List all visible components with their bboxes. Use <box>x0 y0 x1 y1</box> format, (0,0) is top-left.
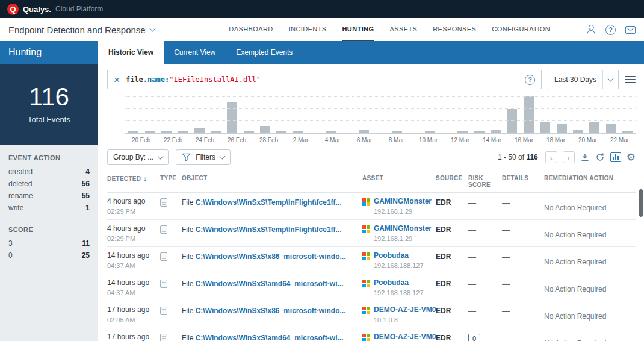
histogram-bar[interactable] <box>273 96 289 133</box>
facet-item[interactable]: deleted56 <box>8 178 90 190</box>
help-icon[interactable]: ? <box>605 25 616 35</box>
histogram-bar[interactable] <box>454 96 471 133</box>
facet-item[interactable]: 311 <box>8 237 90 249</box>
asset-name-link[interactable]: DEMO-AZ-JE-VM05 <box>374 333 436 341</box>
histogram-bar[interactable] <box>586 96 602 133</box>
histogram-bar[interactable] <box>356 96 372 133</box>
asset-cell: GAMINGMonster192.168.1.29 <box>362 197 436 215</box>
x-axis-labels: 20 Feb22 Feb24 Feb26 Feb28 Feb2 Mar4 Mar… <box>125 137 636 143</box>
histogram-bar[interactable] <box>553 96 569 133</box>
object-path-link[interactable]: C:\Windows\WinSxS\amd64_microsoft-wi... <box>196 280 344 288</box>
mail-icon[interactable] <box>625 26 636 34</box>
column-header-object[interactable]: OBJECT <box>182 175 362 188</box>
query-help-icon[interactable]: ? <box>525 75 535 85</box>
facet-item[interactable]: write1 <box>8 202 90 214</box>
histogram-bar[interactable] <box>537 96 553 133</box>
table-row[interactable]: 17 hours ago02:02 AMFile C:\Windows\WinS… <box>107 328 636 341</box>
asset-name-link[interactable]: DEMO-AZ-JE-VM05 <box>374 305 436 314</box>
histogram-bar[interactable] <box>175 96 191 133</box>
tab-current-view[interactable]: Current View <box>164 41 226 64</box>
next-page-button[interactable]: › <box>563 151 575 163</box>
facet-item[interactable]: rename55 <box>8 190 90 202</box>
histogram-bar[interactable] <box>125 96 141 133</box>
query-search-box[interactable]: × file.name:"IEFileInstallAI.dll" ? <box>107 70 542 89</box>
table-row[interactable]: 4 hours ago02:29 PMFile C:\Windows\WinSx… <box>107 220 636 247</box>
histogram-bar[interactable] <box>241 96 257 133</box>
refresh-icon[interactable] <box>595 152 605 162</box>
object-path-link[interactable]: C:\Windows\WinSxS\x86_microsoft-windo... <box>196 307 346 315</box>
filters-button[interactable]: Filters <box>176 149 231 165</box>
object-path-link[interactable]: C:\Windows\WinSxS\x86_microsoft-windo... <box>196 252 346 261</box>
download-icon[interactable] <box>580 152 590 162</box>
object-prefix: File <box>182 252 196 261</box>
tab-historic-view[interactable]: Historic View <box>98 41 164 64</box>
nav-item-responses[interactable]: RESPONSES <box>433 18 476 41</box>
facet-item[interactable]: created4 <box>8 166 90 178</box>
time-range-select[interactable]: Last 30 Days <box>548 70 619 89</box>
histogram-bar[interactable] <box>602 96 619 133</box>
facet-count: 56 <box>82 180 90 188</box>
histogram-bar[interactable] <box>257 96 273 133</box>
histogram-bar[interactable] <box>405 96 421 133</box>
table-row[interactable]: 4 hours ago02:29 PMFile C:\Windows\WinSx… <box>107 193 636 220</box>
chart-view-icon[interactable] <box>610 152 621 162</box>
prev-page-button[interactable]: ‹ <box>545 151 557 163</box>
histogram-bar[interactable] <box>504 96 520 133</box>
column-header-source[interactable]: SOURCE <box>436 175 468 188</box>
menu-icon[interactable] <box>625 76 636 83</box>
histogram-bar[interactable] <box>471 96 488 133</box>
column-header-details[interactable]: DETAILS <box>502 175 544 188</box>
module-selector[interactable]: Endpoint Detection and Response <box>8 18 155 41</box>
table-scrollbar[interactable] <box>639 189 643 217</box>
nav-item-hunting[interactable]: HUNTING <box>342 18 374 41</box>
query-input[interactable]: file.name:"IEFileInstallAI.dll" <box>126 75 519 84</box>
object-path-link[interactable]: C:\Windows\WinSxS\Temp\InFlight\fce1ff..… <box>196 225 342 234</box>
column-header-remediation-action[interactable]: REMEDIATION ACTION <box>544 175 636 188</box>
asset-name-link[interactable]: GAMINGMonster <box>374 197 432 205</box>
histogram-bar[interactable] <box>306 96 323 133</box>
table-row[interactable]: 14 hours ago04:37 AMFile C:\Windows\WinS… <box>107 274 636 301</box>
risk-score-value[interactable]: 0 <box>468 334 480 341</box>
details-cell: — <box>502 307 544 316</box>
histogram-bar[interactable] <box>570 96 586 133</box>
histogram-bar[interactable] <box>141 96 158 133</box>
nav-item-assets[interactable]: ASSETS <box>389 18 417 41</box>
column-header-asset[interactable]: ASSET <box>362 175 436 188</box>
column-header-type[interactable]: TYPE <box>160 175 182 188</box>
nav-item-dashboard[interactable]: DASHBOARD <box>229 18 273 41</box>
asset-name-link[interactable]: GAMINGMonster <box>374 224 432 233</box>
table-row[interactable]: 17 hours ago02:05 AMFile C:\Windows\WinS… <box>107 301 636 328</box>
object-path-link[interactable]: C:\Windows\WinSxS\Temp\InFlight\fce1ff..… <box>196 198 342 207</box>
facet-item[interactable]: 025 <box>8 249 90 261</box>
histogram-bar[interactable] <box>421 96 438 133</box>
histogram-bar[interactable] <box>389 96 405 133</box>
histogram-bar[interactable] <box>323 96 339 133</box>
histogram-bar[interactable] <box>521 96 537 133</box>
histogram-bar[interactable] <box>208 96 224 133</box>
asset-name-link[interactable]: Poobudaa <box>374 251 424 260</box>
histogram-bar[interactable] <box>372 96 388 133</box>
nav-item-incidents[interactable]: INCIDENTS <box>289 18 327 41</box>
table-row[interactable]: 14 hours ago04:37 AMFile C:\Windows\WinS… <box>107 247 636 274</box>
asset-info: GAMINGMonster192.168.1.29 <box>374 197 432 215</box>
tab-exempted-events[interactable]: Exempted Events <box>226 41 303 64</box>
column-header-risk-score[interactable]: RISK SCORE <box>468 175 502 188</box>
histogram-bar[interactable] <box>339 96 356 133</box>
group-by-select[interactable]: Group By: ... <box>107 149 169 165</box>
nav-item-configuration[interactable]: CONFIGURATION <box>492 18 550 41</box>
histogram-bar[interactable] <box>224 96 240 133</box>
histogram-bar[interactable] <box>438 96 454 133</box>
object-prefix: File <box>182 280 196 288</box>
histogram-bar[interactable] <box>488 96 504 133</box>
object-path-link[interactable]: C:\Windows\WinSxS\amd64_microsoft-wi... <box>196 334 344 341</box>
histogram-bar[interactable] <box>191 96 207 133</box>
gear-icon[interactable]: ⚙ <box>627 152 636 163</box>
asset-name-link[interactable]: Poobudaa <box>374 278 424 287</box>
clear-query-icon[interactable]: × <box>114 75 120 85</box>
histogram-bar[interactable] <box>619 96 636 133</box>
histogram-bar[interactable] <box>158 96 175 133</box>
user-icon[interactable] <box>586 25 596 34</box>
column-header-detected[interactable]: DETECTED↓ <box>107 175 160 188</box>
x-axis-label: 20 Mar <box>572 137 604 143</box>
histogram-bar[interactable] <box>290 96 306 133</box>
